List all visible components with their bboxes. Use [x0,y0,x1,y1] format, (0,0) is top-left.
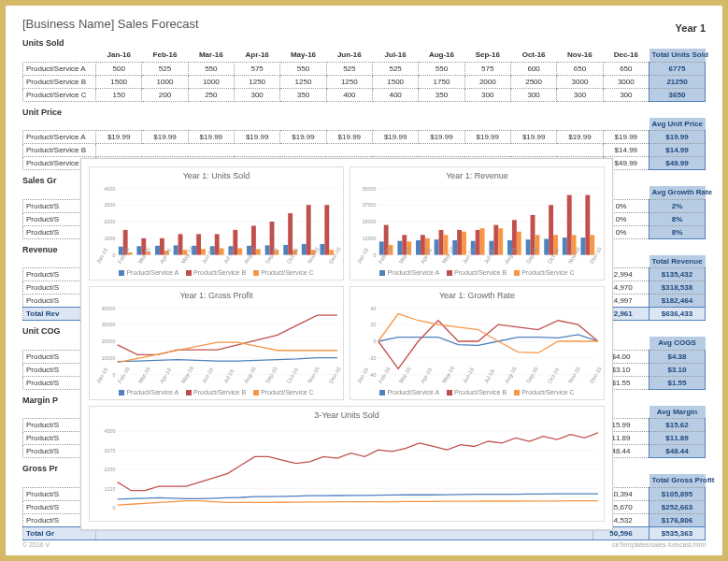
svg-rect-57 [397,241,402,255]
chart-3year-units: 3-Year Units Sold 01125225033754500 [89,406,605,522]
svg-text:20000: 20000 [102,338,116,344]
col-month: Jan-16 [96,49,142,62]
svg-text:30000: 30000 [102,322,116,327]
copyright: © 2016 V [22,541,50,548]
year-label: Year 1 [676,22,706,34]
section-units-sold: Units Sold [22,38,706,48]
units-total-head: Total Units Sold [649,49,706,62]
svg-rect-39 [220,248,224,254]
svg-text:50000: 50000 [363,186,377,192]
svg-rect-32 [307,205,311,254]
source-path: ceTemplates/sales-forecast.html [612,541,706,548]
svg-text:0: 0 [374,252,377,258]
svg-text:37500: 37500 [363,202,377,208]
chart-growth-rate: Year 1: Growth Rate -40-2002040 Jan-16Fe… [350,286,605,400]
svg-text:10000: 10000 [102,355,116,361]
svg-text:-20: -20 [369,355,377,361]
svg-rect-85 [480,228,485,254]
table-row: Product/Service A$19.99$19.99$19.99$19.9… [23,131,706,144]
svg-rect-19 [283,245,288,255]
svg-text:0: 0 [113,252,116,258]
svg-rect-58 [416,240,421,255]
svg-rect-78 [567,195,572,255]
chart-svg: -40-2002040 [356,302,598,381]
svg-rect-79 [585,195,590,255]
svg-text:25000: 25000 [363,219,377,224]
svg-rect-71 [439,230,444,255]
svg-text:2250: 2250 [105,467,116,472]
svg-text:3000: 3000 [105,202,116,208]
svg-rect-31 [288,213,293,255]
svg-text:3375: 3375 [105,448,116,453]
chart-svg: 01000200030004000 [95,182,337,261]
table-row: Product/Service B$14.99$14.99 [23,144,706,157]
svg-rect-25 [178,234,183,254]
units-sold-table: Jan-16Feb-16Mar-16Apr-16May-16Jun-16Jul-… [22,49,706,102]
chart-units-sold: Year 1: Units Sold 01000200030004000 Jan… [89,166,344,280]
svg-text:0: 0 [374,338,377,344]
svg-rect-12 [155,246,160,255]
section-unit-price: Unit Price [22,108,706,117]
svg-rect-87 [517,232,521,255]
svg-rect-86 [498,228,503,254]
svg-rect-26 [196,234,201,254]
svg-text:-40: -40 [369,372,377,378]
svg-text:0: 0 [113,505,116,511]
svg-text:40000: 40000 [102,306,116,311]
svg-rect-65 [544,239,549,255]
table-row: Product/Service A50052555057555052552555… [23,62,706,75]
svg-text:20: 20 [371,322,377,327]
chart-svg: 010000200003000040000 [95,302,337,381]
charts-panel: Year 1: Units Sold 01000200030004000 Jan… [80,158,613,530]
svg-rect-27 [215,234,220,254]
svg-rect-84 [462,232,466,255]
svg-rect-41 [256,249,261,254]
svg-rect-59 [435,239,439,254]
page-title: [Business Name] Sales Forecast [22,17,706,31]
svg-text:0: 0 [113,372,116,378]
svg-text:1125: 1125 [105,486,116,492]
svg-rect-13 [174,245,178,254]
svg-text:4500: 4500 [105,428,116,434]
svg-text:40: 40 [371,306,377,311]
svg-rect-33 [324,205,329,254]
svg-text:1000: 1000 [105,236,116,241]
chart-svg: 01125225033754500 [95,422,598,517]
svg-text:4000: 4000 [105,186,116,192]
svg-rect-67 [580,237,585,255]
svg-rect-21 [320,244,324,255]
svg-rect-73 [476,230,480,255]
chart-svg: 012500250003750050000 [356,182,598,261]
table-row: Product/Service B15001000100012501250125… [23,75,706,88]
table-row: Product/Service C15020025030035040040035… [23,88,706,101]
svg-rect-20 [302,244,307,255]
chart-revenue: Year 1: Revenue 012500250003750050000 Ja… [350,166,605,280]
svg-text:2000: 2000 [105,219,116,224]
svg-rect-66 [563,237,567,255]
svg-rect-40 [237,248,242,254]
svg-rect-77 [549,205,553,254]
svg-rect-72 [457,230,462,255]
chart-gross-profit: Year 1: Gross Profit 0100002000030000400… [89,286,344,400]
svg-text:12500: 12500 [363,236,377,241]
